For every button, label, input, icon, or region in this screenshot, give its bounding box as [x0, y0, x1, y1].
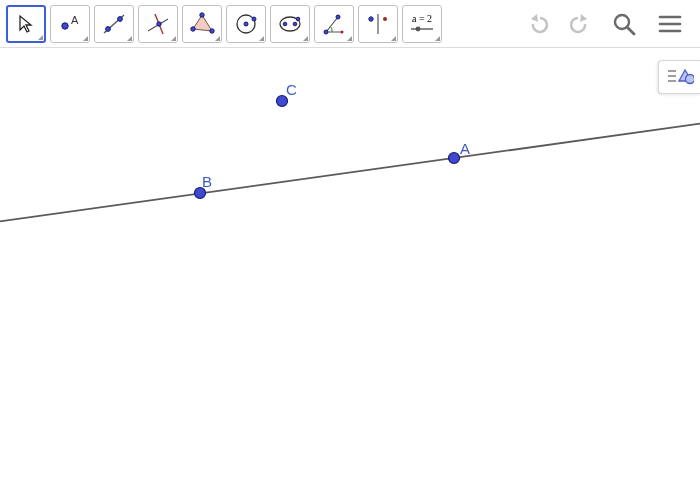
graphics-canvas[interactable]: ABC — [0, 48, 700, 500]
chevron-down-icon — [215, 36, 220, 41]
angle-icon — [321, 11, 347, 37]
chevron-down-icon — [391, 36, 396, 41]
tool-move[interactable] — [6, 5, 46, 43]
toolbar: A — [0, 0, 700, 48]
polygon-icon — [189, 11, 215, 37]
slider-icon: a = 2 — [406, 11, 438, 37]
svg-point-20 — [341, 30, 344, 33]
point-a[interactable] — [449, 153, 460, 164]
views-panel-toggle[interactable] — [658, 60, 700, 94]
tool-angle[interactable] — [314, 5, 354, 43]
search-button[interactable] — [608, 8, 640, 40]
svg-point-8 — [200, 12, 204, 16]
svg-text:a = 2: a = 2 — [412, 13, 432, 24]
undo-icon — [527, 11, 553, 37]
menu-button[interactable] — [654, 8, 686, 40]
svg-point-3 — [106, 26, 111, 31]
views-icon — [666, 66, 694, 88]
redo-button[interactable] — [562, 8, 594, 40]
svg-point-35 — [685, 75, 694, 84]
svg-line-28 — [627, 27, 634, 34]
chevron-down-icon — [259, 36, 264, 41]
svg-point-18 — [324, 30, 328, 34]
chevron-down-icon — [127, 36, 132, 41]
right-tools — [524, 8, 694, 40]
chevron-down-icon — [435, 36, 440, 41]
redo-icon — [565, 11, 591, 37]
geometry-svg — [0, 48, 700, 500]
svg-point-15 — [283, 22, 287, 26]
chevron-down-icon — [83, 36, 88, 41]
line-icon — [101, 11, 127, 37]
line-through-ab[interactable] — [0, 123, 700, 222]
point-icon: A — [57, 14, 83, 34]
chevron-down-icon — [347, 36, 352, 41]
search-icon — [611, 11, 637, 37]
svg-point-23 — [383, 17, 387, 21]
chevron-down-icon — [303, 36, 308, 41]
svg-point-10 — [191, 26, 195, 30]
menu-icon — [657, 11, 683, 37]
svg-point-7 — [157, 21, 161, 25]
chevron-down-icon — [38, 35, 43, 40]
chevron-down-icon — [171, 36, 176, 41]
tool-group: A — [6, 5, 442, 43]
svg-text:A: A — [71, 14, 79, 26]
tool-slider[interactable]: a = 2 — [402, 5, 442, 43]
cursor-icon — [16, 14, 36, 34]
svg-point-0 — [62, 22, 68, 28]
svg-point-16 — [293, 22, 297, 26]
point-label-a: A — [460, 140, 470, 157]
tool-polygon[interactable] — [182, 5, 222, 43]
ellipse-icon — [277, 11, 303, 37]
tool-point[interactable]: A — [50, 5, 90, 43]
reflect-icon — [365, 11, 391, 37]
point-label-b: B — [202, 173, 212, 190]
tool-conic[interactable] — [270, 5, 310, 43]
circle-icon — [233, 11, 259, 37]
svg-point-13 — [252, 17, 256, 21]
svg-point-9 — [210, 28, 214, 32]
svg-point-22 — [369, 16, 373, 20]
svg-point-19 — [336, 15, 340, 19]
tool-perpendicular[interactable] — [138, 5, 178, 43]
svg-point-17 — [296, 17, 300, 21]
perpendicular-icon — [145, 11, 171, 37]
point-label-c: C — [286, 81, 297, 98]
tool-reflect[interactable] — [358, 5, 398, 43]
undo-button[interactable] — [524, 8, 556, 40]
tool-line[interactable] — [94, 5, 134, 43]
svg-point-26 — [416, 26, 421, 31]
tool-circle[interactable] — [226, 5, 266, 43]
svg-point-4 — [118, 16, 123, 21]
svg-point-12 — [244, 22, 248, 26]
